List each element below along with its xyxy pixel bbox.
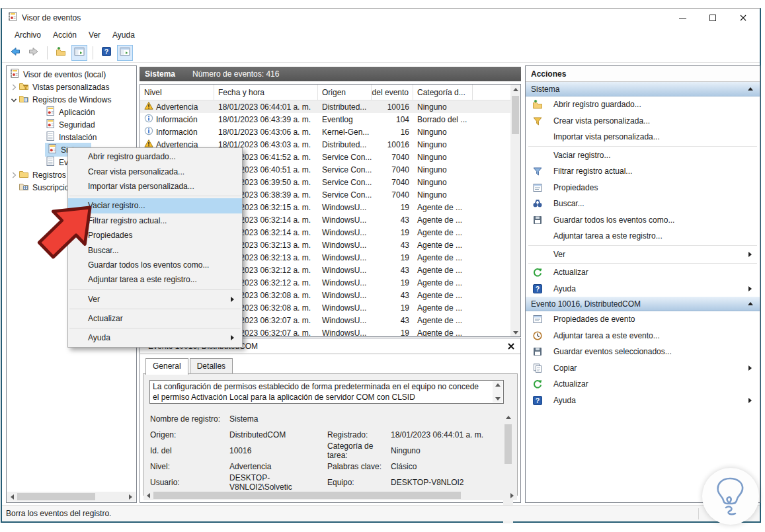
action-actualizar[interactable]: Actualizar	[526, 376, 760, 393]
back-button[interactable]	[7, 45, 23, 61]
submenu-arrow-icon	[748, 398, 752, 403]
tree-item-instalaci-n[interactable]: Instalación	[7, 131, 136, 143]
action-copiar[interactable]: Copiar	[526, 360, 760, 377]
context-menu-abrir-registro-guardado[interactable]: Abrir registro guardado...	[68, 149, 242, 164]
action-adjuntar-tarea-a-este-evento[interactable]: Adjuntar tarea a este evento...	[526, 328, 760, 344]
scroll-up-button[interactable]	[510, 85, 520, 95]
event-row[interactable]: Información18/01/2023 06:43:39 a. m.Even…	[140, 113, 510, 126]
action-importar-vista-personalizada[interactable]: Importar vista personalizada...	[526, 129, 760, 145]
scroll-up-button[interactable]	[503, 412, 513, 422]
action-guardar-todos-los-eventos-como[interactable]: Guardar todos los eventos como...	[526, 212, 760, 229]
action-section-evento-10016-distributedcom[interactable]: Evento 10016, DistributedCOM	[526, 297, 760, 311]
maximize-button[interactable]	[698, 9, 728, 27]
tree-horizontal-scrollbar[interactable]	[7, 492, 136, 502]
cell-category: Agente de ...	[413, 203, 473, 212]
scroll-thumb[interactable]	[504, 424, 512, 464]
open-saved-log-button[interactable]	[53, 45, 69, 61]
tree-item-aplicaci-n[interactable]: Aplicación	[7, 106, 136, 118]
context-menu-ayuda[interactable]: Ayuda	[68, 330, 242, 345]
scroll-down-button[interactable]	[495, 397, 501, 400]
event-row[interactable]: Advertencia18/01/2023 06:44:01 a. m.Dist…	[140, 100, 510, 113]
tree-item-visor-de-eventos-local[interactable]: Visor de eventos (local)	[7, 68, 136, 81]
tree-item-vistas-personalizadas[interactable]: Vistas personalizadas	[7, 81, 136, 93]
tree-item-registros-de-windows[interactable]: Registros de Windows	[7, 93, 136, 106]
scroll-left-button[interactable]	[143, 490, 153, 500]
action-section-title: Sistema	[531, 85, 559, 94]
field-row: Origen:DistributedCOMRegistrado:18/01/20…	[150, 427, 507, 443]
menu-ayuda[interactable]: Ayuda	[106, 28, 141, 42]
menu-ver[interactable]: Ver	[83, 28, 106, 42]
action-propiedades[interactable]: Propiedades	[526, 180, 760, 196]
tree-item-label: Registros de Windows	[32, 95, 111, 104]
events-vertical-scrollbar[interactable]	[510, 85, 520, 337]
help-button[interactable]: ?	[99, 45, 114, 61]
action-crear-vista-personalizada[interactable]: Crear vista personalizada...	[526, 113, 760, 130]
context-menu-ver[interactable]: Ver	[68, 292, 242, 307]
title-bar: Visor de eventos	[2, 9, 760, 27]
context-menu-actualizar[interactable]: Actualizar	[68, 311, 242, 326]
event-description[interactable]: La configuración de permisos establecido…	[149, 380, 504, 404]
menu-acci-n[interactable]: Acción	[47, 28, 83, 42]
column-header-origen[interactable]: Origen	[318, 85, 372, 100]
collapse-icon[interactable]	[748, 87, 753, 91]
cell-origin: Service Con...	[318, 153, 372, 162]
action-ayuda[interactable]: ?Ayuda	[526, 393, 760, 409]
detail-horizontal-scrollbar[interactable]	[143, 490, 517, 500]
cell-event-id: 19	[372, 203, 413, 212]
toggle-console-tree-button[interactable]	[71, 45, 87, 61]
cell-event-id: 19	[372, 228, 413, 237]
minimize-button[interactable]	[667, 9, 698, 27]
tab-detalles[interactable]: Detalles	[190, 358, 233, 375]
scroll-down-button[interactable]	[510, 328, 520, 337]
action-label: Adjuntar tarea a este evento...	[553, 331, 660, 340]
action-vaciar-registro[interactable]: Vaciar registro...	[526, 147, 760, 164]
action-label: Ayuda	[553, 284, 576, 293]
scroll-left-button[interactable]	[7, 492, 17, 502]
scroll-thumb[interactable]	[512, 96, 519, 134]
collapse-icon[interactable]	[748, 302, 753, 305]
action-adjuntar-tarea-a-este-registro[interactable]: Adjuntar tarea a este registro...	[526, 228, 760, 245]
cell-origin: WindowsU...	[318, 328, 372, 337]
action-buscar[interactable]: Buscar...	[526, 196, 760, 212]
action-actualizar[interactable]: Actualizar	[526, 264, 760, 281]
tree-item-seguridad[interactable]: Seguridad	[7, 118, 136, 131]
action-section-sistema[interactable]: Sistema	[526, 82, 760, 96]
cell-origin: WindowsU...	[318, 228, 372, 237]
description-scrollbar[interactable]	[493, 381, 503, 402]
forward-button[interactable]	[26, 45, 42, 61]
column-header-categor-a-d[interactable]: Categoría d...	[413, 85, 473, 100]
chevron-right-icon[interactable]	[9, 83, 19, 92]
scroll-up-button[interactable]	[495, 383, 501, 387]
scroll-thumb[interactable]	[153, 492, 461, 499]
cell-event-id: 19	[372, 278, 413, 287]
context-menu-label: Adjuntar tarea a este registro...	[88, 275, 197, 284]
event-row[interactable]: Información18/01/2023 06:43:06 a. m.Kern…	[140, 126, 510, 138]
close-button[interactable]	[728, 9, 758, 27]
action-propiedades-de-evento[interactable]: Propiedades de evento	[526, 311, 760, 328]
menu-archivo[interactable]: Archivo	[9, 28, 47, 42]
column-header-nivel[interactable]: Nivel	[140, 85, 214, 100]
action-guardar-eventos-seleccionados[interactable]: Guardar eventos seleccionados...	[526, 344, 760, 360]
action-ayuda[interactable]: ?Ayuda	[526, 281, 760, 297]
tab-general[interactable]: General	[145, 358, 188, 375]
field-value: DistributedCOM	[229, 430, 327, 439]
toggle-action-pane-button[interactable]	[117, 45, 133, 61]
context-menu-crear-vista-personalizada[interactable]: Crear vista personalizada...	[68, 164, 242, 178]
column-header-id-del-evento[interactable]: Id. del evento	[372, 85, 413, 100]
context-menu-importar-vista-personalizada[interactable]: Importar vista personalizada...	[68, 179, 242, 194]
scroll-right-button[interactable]	[507, 490, 517, 500]
pane-toggle-icon	[120, 46, 130, 59]
log-red-icon	[45, 118, 56, 131]
scroll-thumb[interactable]	[17, 493, 95, 500]
results-header: Sistema Número de eventos: 416	[140, 67, 521, 81]
context-menu-adjuntar-tarea-a-este-registro[interactable]: Adjuntar tarea a este registro...	[68, 272, 242, 287]
chevron-right-icon[interactable]	[9, 171, 19, 180]
detail-close-icon[interactable]	[506, 341, 516, 352]
action-abrir-registro-guardado[interactable]: Abrir registro guardado...	[526, 96, 760, 113]
column-header-fecha-y-hora[interactable]: Fecha y hora	[214, 85, 318, 100]
action-ver[interactable]: Ver	[526, 247, 760, 263]
scroll-right-button[interactable]	[126, 492, 136, 502]
chevron-down-icon[interactable]	[9, 95, 19, 104]
action-filtrar-registro-actual[interactable]: Filtrar registro actual...	[526, 163, 760, 180]
cell-origin: WindowsU...	[318, 253, 372, 262]
